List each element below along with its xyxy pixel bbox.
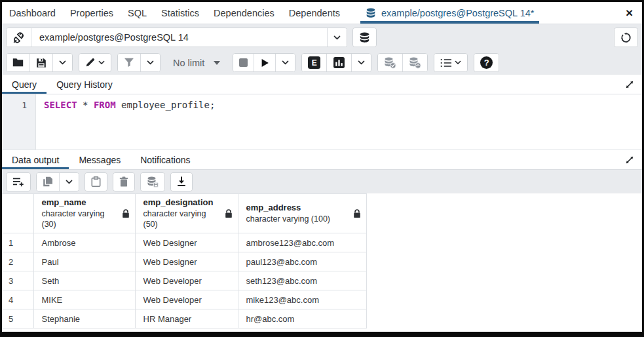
- tab-query[interactable]: Query: [2, 75, 47, 94]
- connection-select[interactable]: example/postgres@PostgreSQL 14: [31, 28, 327, 47]
- tab-sql[interactable]: SQL: [121, 2, 154, 24]
- select-all-corner[interactable]: [2, 194, 33, 233]
- cell-emp-address[interactable]: seth123@abc.com: [238, 271, 366, 290]
- cell-emp-address[interactable]: mike123@abc.com: [238, 290, 366, 309]
- execute-options-chevron[interactable]: [275, 54, 295, 71]
- cell-emp-designation[interactable]: HR Manager: [135, 309, 238, 328]
- column-name: emp_name: [42, 197, 118, 208]
- connection-status-button[interactable]: [7, 28, 31, 47]
- pgadmin-window: Dashboard Properties SQL Statistics Depe…: [0, 0, 644, 337]
- tab-statistics[interactable]: Statistics: [154, 2, 206, 24]
- new-connection-button[interactable]: [353, 28, 376, 47]
- expand-output-panel-button[interactable]: [625, 155, 634, 165]
- copy-button[interactable]: [37, 173, 59, 191]
- sql-editor[interactable]: 1 SELECT * FROM employee_profile;: [2, 94, 642, 150]
- copy-options-chevron[interactable]: [59, 173, 79, 191]
- row-limit-value: No limit: [173, 58, 204, 68]
- cell-emp-designation[interactable]: Web Designer: [135, 233, 238, 252]
- explain-button[interactable]: E: [302, 54, 326, 71]
- cell-emp-name[interactable]: Paul: [33, 252, 135, 271]
- cell-emp-designation[interactable]: Web Developer: [135, 290, 238, 309]
- cell-emp-address[interactable]: paul123@abc.com: [238, 252, 366, 271]
- cell-emp-name[interactable]: MIKE: [33, 290, 135, 309]
- stop-icon: [239, 58, 248, 67]
- stop-button[interactable]: [233, 54, 254, 71]
- download-results-button[interactable]: [171, 173, 192, 191]
- paste-button[interactable]: [85, 173, 107, 191]
- folder-icon: [12, 58, 24, 68]
- macros-group: [434, 53, 468, 72]
- save-file-button[interactable]: [29, 54, 52, 71]
- save-options-chevron[interactable]: [52, 54, 72, 71]
- chevron-down-icon: [214, 61, 220, 65]
- rollback-button[interactable]: [402, 54, 427, 71]
- refresh-group: [614, 28, 638, 47]
- tab-dependencies[interactable]: Dependencies: [206, 2, 282, 24]
- paste-group: [85, 172, 107, 191]
- tab-properties[interactable]: Properties: [63, 2, 121, 24]
- cell-emp-designation[interactable]: Web Developer: [135, 271, 238, 290]
- close-icon[interactable]: ×: [626, 7, 633, 19]
- copy-group: [36, 172, 79, 191]
- question-mark-icon: ?: [480, 56, 493, 69]
- cell-emp-name[interactable]: Seth: [33, 271, 135, 290]
- tab-dependents[interactable]: Dependents: [282, 2, 347, 24]
- row-number-cell[interactable]: 3: [2, 271, 33, 290]
- new-connection-group: [352, 28, 377, 47]
- tab-query-tool-active[interactable]: example/postgres@PostgreSQL 14*: [360, 2, 539, 24]
- tab-query-history[interactable]: Query History: [47, 75, 123, 94]
- expand-query-panel-button[interactable]: [625, 80, 634, 89]
- row-number-cell[interactable]: 2: [2, 252, 33, 271]
- database-save-icon: [147, 176, 159, 188]
- tab-notifications[interactable]: Notifications: [130, 150, 200, 169]
- help-group: ?: [474, 53, 499, 72]
- cell-emp-name[interactable]: Stephanie: [33, 309, 135, 328]
- refresh-icon: [620, 32, 632, 43]
- open-file-button[interactable]: [7, 54, 29, 71]
- column-header-emp-designation[interactable]: emp_designation character varying (50): [135, 194, 238, 233]
- copy-icon: [43, 176, 53, 187]
- cell-emp-address[interactable]: hr@abc.com: [238, 309, 366, 328]
- cell-emp-name[interactable]: Ambrose: [33, 233, 135, 252]
- explain-options-chevron[interactable]: [351, 54, 371, 71]
- filter-options-chevron[interactable]: [140, 54, 160, 71]
- query-toolbar: No limit E: [2, 50, 642, 75]
- macros-button[interactable]: [434, 54, 467, 71]
- column-header-emp-address[interactable]: emp_address character varying (100): [238, 194, 366, 233]
- delete-row-button[interactable]: [113, 173, 134, 191]
- add-row-icon: [12, 177, 24, 187]
- database-rollback-icon: [409, 57, 421, 69]
- tab-messages[interactable]: Messages: [69, 150, 130, 169]
- transaction-group: [377, 53, 428, 72]
- edit-button[interactable]: [79, 54, 111, 71]
- trash-icon: [119, 176, 128, 187]
- row-number-cell[interactable]: 1: [2, 233, 33, 252]
- row-number-cell[interactable]: 4: [2, 290, 33, 309]
- refresh-button[interactable]: [615, 28, 637, 47]
- filter-button[interactable]: [118, 54, 140, 71]
- execute-button[interactable]: [254, 54, 275, 71]
- results-grid-area: emp_name character varying (30) emp_desi…: [2, 193, 642, 332]
- save-data-changes-button[interactable]: [141, 173, 164, 191]
- cell-emp-address[interactable]: ambrose123@abc.com: [238, 233, 366, 252]
- ordered-list-icon: [440, 58, 452, 68]
- execute-group: [233, 53, 295, 72]
- top-tab-bar: Dashboard Properties SQL Statistics Depe…: [2, 2, 642, 24]
- pencil-icon: [85, 58, 95, 68]
- explain-analyze-button[interactable]: [326, 54, 351, 71]
- add-row-button[interactable]: [7, 173, 30, 191]
- row-limit-select[interactable]: No limit: [166, 58, 227, 68]
- chevron-down-icon: [455, 60, 461, 65]
- cell-emp-designation[interactable]: Web Designer: [135, 252, 238, 271]
- commit-button[interactable]: [378, 54, 402, 71]
- explain-group: E: [301, 53, 371, 72]
- header-row: emp_name character varying (30) emp_desi…: [2, 194, 366, 233]
- help-button[interactable]: ?: [474, 54, 499, 71]
- column-header-emp-name[interactable]: emp_name character varying (30): [33, 194, 135, 233]
- row-number-cell[interactable]: 5: [2, 309, 33, 328]
- tab-data-output[interactable]: Data output: [2, 150, 69, 169]
- edit-group: [79, 53, 111, 72]
- editor-code-area[interactable]: SELECT * FROM employee_profile;: [36, 94, 642, 149]
- connection-chevron-button[interactable]: [327, 28, 347, 47]
- tab-dashboard[interactable]: Dashboard: [2, 2, 63, 24]
